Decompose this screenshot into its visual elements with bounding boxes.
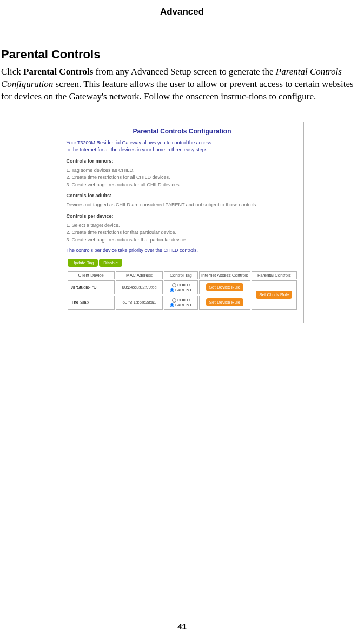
client-device-input[interactable] xyxy=(70,284,112,291)
priority-line: The controls per device take priority ov… xyxy=(67,247,298,254)
section-title-parental-controls: Parental Controls xyxy=(1,48,359,62)
table-row: 00:24:e8:82:99:6c CHILD PARENT Set Devic… xyxy=(68,280,297,294)
adults-heading: Controls for adults: xyxy=(67,193,298,198)
minors-heading: Controls for minors: xyxy=(67,158,298,164)
child-radio[interactable] xyxy=(172,298,176,303)
th-parental: Parental Controls xyxy=(252,271,296,279)
body-paragraph: Click Parental Controls from any Advance… xyxy=(1,66,362,103)
parent-label: PARENT xyxy=(175,303,192,307)
config-intro-line1: Your T3200M Residential Gateway allows y… xyxy=(67,140,211,145)
th-client: Client Device xyxy=(68,271,115,279)
config-title: Parental Controls Configuration xyxy=(67,128,298,135)
client-device-input[interactable] xyxy=(70,299,112,306)
disable-button[interactable]: Disable xyxy=(99,259,122,267)
control-tag-cell: CHILD PARENT xyxy=(164,296,197,310)
set-device-rule-button[interactable]: Set Device Rule xyxy=(206,283,243,291)
perdevice-steps: 1. Select a target device. 2. Create tim… xyxy=(67,222,298,244)
adults-line: Devices not tagged as CHILD are consider… xyxy=(67,202,298,209)
minors-step1: 1. Tag some devices as CHILD. xyxy=(67,167,135,173)
body-bold-parental-controls: Parental Controls xyxy=(23,66,93,77)
perdevice-step1: 1. Select a target device. xyxy=(67,223,120,228)
page-header-title: Advanced xyxy=(5,6,359,17)
mac-cell: 60:f8:1d:6b:38:a1 xyxy=(116,296,163,310)
set-childs-rule-button[interactable]: Set Childs Rule xyxy=(256,291,292,299)
update-tag-button[interactable]: Update Tag xyxy=(68,259,98,267)
body-rest: screen. This feature allows the user to … xyxy=(1,79,354,102)
parent-radio[interactable] xyxy=(170,303,174,307)
minors-step3: 3. Create webpage restrictions for all C… xyxy=(67,182,181,187)
th-mac: MAC Address xyxy=(116,271,163,279)
config-intro-line2: to the Internet for all the devices in y… xyxy=(67,147,209,152)
minors-steps: 1. Tag some devices as CHILD. 2. Create … xyxy=(67,167,298,189)
child-label: CHILD xyxy=(177,298,190,303)
config-screenshot: Parental Controls Configuration Your T32… xyxy=(61,122,304,323)
set-device-rule-button[interactable]: Set Device Rule xyxy=(206,298,243,306)
config-intro: Your T3200M Residential Gateway allows y… xyxy=(67,139,298,154)
parent-label: PARENT xyxy=(175,287,192,292)
control-tag-cell: CHILD PARENT xyxy=(164,280,197,294)
minors-step2: 2. Create time restrictions for all CHIL… xyxy=(67,175,170,180)
body-mid1: from any Advanced Setup screen to genera… xyxy=(93,66,276,77)
device-table: Client Device MAC Address Control Tag In… xyxy=(67,270,298,311)
th-tag: Control Tag xyxy=(164,271,197,279)
child-label: CHILD xyxy=(177,283,190,287)
th-iac: Internet Access Controls xyxy=(199,271,251,279)
body-prefix: Click xyxy=(1,66,23,77)
page-number: 41 xyxy=(0,622,364,631)
parent-radio[interactable] xyxy=(170,288,174,292)
perdevice-step2: 2. Create time restrictions for that par… xyxy=(67,230,177,235)
perdevice-heading: Controls per device: xyxy=(67,213,298,219)
table-header-row: Client Device MAC Address Control Tag In… xyxy=(68,271,297,279)
perdevice-step3: 3. Create webpage restrictions for that … xyxy=(67,237,187,243)
action-button-row: Update Tag Disable xyxy=(68,259,298,267)
mac-cell: 00:24:e8:82:99:6c xyxy=(116,280,163,294)
child-radio[interactable] xyxy=(172,283,176,287)
